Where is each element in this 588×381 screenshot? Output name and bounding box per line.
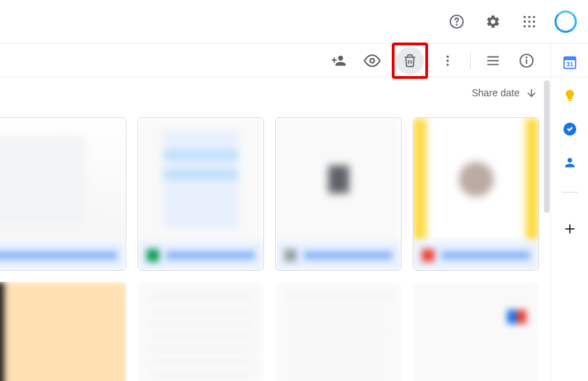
plus-icon	[562, 221, 578, 237]
info-icon	[519, 53, 534, 68]
svg-point-6	[528, 20, 530, 22]
svg-point-11	[370, 59, 374, 63]
help-button[interactable]	[443, 8, 471, 36]
preview-button[interactable]	[358, 47, 386, 75]
file-card[interactable]	[138, 282, 264, 381]
eye-icon	[364, 52, 381, 69]
svg-point-7	[533, 20, 535, 22]
card-thumbnail	[138, 118, 263, 241]
card-footer	[413, 241, 538, 270]
file-grid-row-1	[0, 117, 550, 271]
sort-label[interactable]: Share date	[472, 87, 520, 98]
list-view-button[interactable]	[479, 47, 507, 75]
svg-point-9	[528, 25, 530, 27]
file-card[interactable]	[413, 117, 539, 271]
card-footer	[276, 241, 401, 270]
file-type-icon	[422, 249, 434, 262]
svg-point-8	[524, 25, 526, 27]
file-type-icon	[147, 249, 159, 262]
calendar-icon: 31	[562, 54, 578, 70]
person-add-icon	[331, 53, 346, 68]
share-person-button[interactable]	[325, 47, 353, 75]
svg-point-3	[528, 16, 530, 18]
file-type-icon	[284, 249, 297, 262]
top-header	[0, 0, 588, 44]
card-thumbnail	[138, 282, 264, 381]
contacts-icon	[563, 156, 577, 170]
file-card[interactable]	[0, 117, 126, 271]
info-button[interactable]	[513, 47, 541, 75]
action-toolbar	[0, 44, 588, 77]
card-thumbnail	[413, 118, 538, 241]
settings-button[interactable]	[479, 8, 507, 36]
card-thumbnail	[276, 118, 401, 241]
sidebar-keep[interactable]	[561, 87, 578, 104]
file-card[interactable]	[275, 117, 402, 271]
tasks-icon	[562, 121, 578, 137]
svg-point-20	[527, 57, 527, 57]
avatar-ring-icon	[554, 10, 577, 33]
sort-row: Share date	[0, 77, 588, 108]
sidebar-add[interactable]	[561, 221, 578, 237]
svg-point-4	[533, 16, 535, 18]
content-area	[0, 112, 550, 381]
card-thumbnail	[0, 282, 126, 381]
sidebar-divider	[561, 192, 578, 193]
svg-rect-23	[564, 57, 575, 61]
file-card[interactable]	[138, 117, 264, 271]
toolbar-divider	[470, 52, 471, 69]
apps-grid-icon	[522, 15, 536, 29]
card-footer	[138, 241, 263, 270]
file-card[interactable]	[275, 282, 402, 381]
trash-icon	[403, 54, 417, 68]
card-footer	[0, 241, 126, 270]
file-title	[441, 251, 530, 260]
gear-icon	[485, 14, 501, 29]
file-title	[166, 251, 255, 260]
svg-point-14	[446, 64, 448, 66]
sidebar-contacts[interactable]	[561, 154, 578, 171]
svg-point-1	[457, 24, 457, 25]
delete-button[interactable]	[396, 47, 424, 75]
card-thumbnail	[0, 118, 126, 241]
arrow-down-icon[interactable]	[525, 87, 538, 99]
keep-icon	[563, 89, 577, 103]
apps-button[interactable]	[515, 8, 543, 36]
svg-point-5	[524, 20, 526, 22]
delete-highlight-box	[392, 43, 428, 79]
sidebar-tasks[interactable]	[561, 121, 578, 137]
right-sidebar: 31	[550, 44, 588, 381]
card-thumbnail	[413, 282, 539, 381]
file-card[interactable]	[413, 282, 539, 381]
svg-point-12	[446, 55, 448, 57]
file-card[interactable]	[0, 282, 126, 381]
svg-text:31: 31	[566, 61, 573, 68]
svg-point-13	[446, 59, 448, 61]
card-thumbnail	[275, 282, 402, 381]
svg-point-2	[524, 16, 526, 18]
list-icon	[485, 53, 501, 68]
more-options-button[interactable]	[434, 47, 462, 75]
sidebar-calendar[interactable]: 31	[561, 54, 578, 70]
file-title	[0, 251, 117, 260]
file-grid-row-2	[0, 282, 550, 381]
file-title	[304, 251, 392, 260]
account-avatar[interactable]	[552, 8, 580, 36]
svg-point-10	[533, 25, 535, 27]
help-icon	[449, 14, 464, 29]
more-vert-icon	[441, 54, 455, 68]
